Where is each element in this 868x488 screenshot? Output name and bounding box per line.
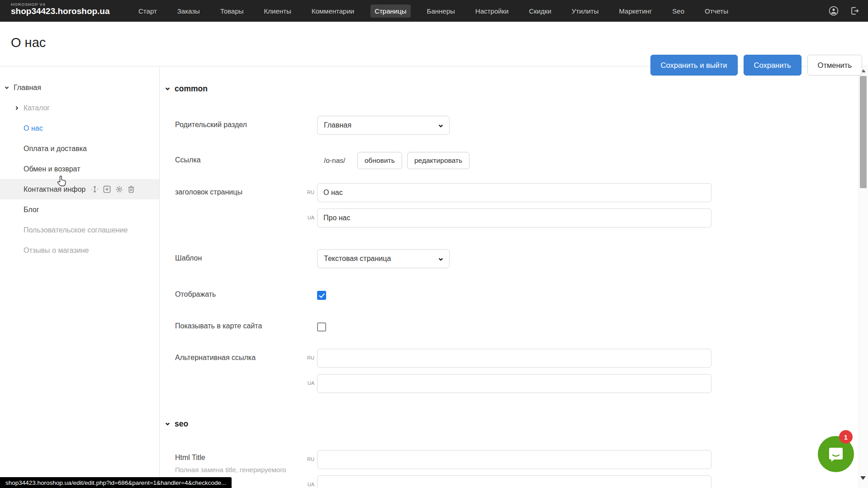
nav-clients[interactable]: Клиенты — [260, 5, 295, 18]
pages-tree-sidebar: Главная Каталог О нас Оплата и доставка … — [0, 67, 159, 488]
add-subpage-icon[interactable] — [103, 185, 111, 193]
sidebar-item-label: Отзывы о магазине — [24, 246, 89, 255]
ru-badge: RU — [304, 456, 314, 462]
page-header: О нас Сохранить и выйти Сохранить Отмени… — [0, 22, 868, 66]
parent-section-label: Родительский раздел — [175, 121, 247, 129]
chevron-right-icon[interactable] — [14, 105, 20, 111]
nav-discounts[interactable]: Скидки — [525, 5, 555, 18]
parent-section-select[interactable]: Главная — [317, 116, 450, 135]
link-refresh-button[interactable]: обновить — [357, 152, 402, 169]
sidebar-item-label: Пользовательское соглашение — [24, 226, 128, 234]
sitemap-label: Показывать в карте сайта — [175, 322, 262, 330]
ua-badge: UA — [304, 380, 314, 386]
cancel-button[interactable]: Отменить — [807, 55, 862, 76]
sitemap-checkbox[interactable] — [317, 322, 326, 332]
nav-seo[interactable]: Seo — [668, 5, 688, 18]
move-item-icon[interactable] — [91, 185, 99, 193]
shop-domain-label: shop34423.horoshop.ua — [11, 7, 110, 16]
page-title-ua-input[interactable] — [317, 208, 711, 227]
page-title-ru-input[interactable] — [317, 183, 711, 202]
sidebar-item-label: Контактная инфор — [24, 185, 85, 194]
sidebar-item-label: Обмен и возврат — [24, 165, 80, 173]
chevron-down-icon — [438, 256, 444, 262]
display-label: Отображать — [175, 290, 216, 298]
save-button[interactable]: Сохранить — [744, 55, 802, 76]
template-select[interactable]: Текстовая страница — [317, 249, 450, 268]
sidebar-item-label: Главная — [14, 84, 41, 92]
section-common-title: common — [175, 84, 208, 94]
sidebar-item-label: О нас — [24, 124, 43, 133]
nav-start[interactable]: Старт — [134, 5, 161, 18]
nav-comments[interactable]: Комментарии — [308, 5, 358, 18]
html-title-hint: Полная замена title, генерируемого — [175, 466, 286, 474]
sidebar-item-oplata-dostavka[interactable]: Оплата и доставка — [0, 138, 159, 159]
chevron-down-icon — [165, 86, 171, 92]
top-bar: HOROSHOP V4 shop34423.horoshop.ua Старт … — [0, 0, 868, 22]
logout-icon[interactable] — [850, 6, 860, 16]
chat-bubble-icon — [827, 445, 845, 463]
alt-link-ua-input[interactable] — [317, 374, 711, 393]
chevron-down-icon[interactable] — [4, 85, 10, 91]
ru-badge: RU — [304, 355, 314, 360]
alt-link-label: Альтернативная ссылка — [175, 354, 256, 362]
chevron-down-icon — [438, 123, 444, 129]
section-seo-title: seo — [175, 419, 188, 429]
user-account-icon[interactable] — [828, 5, 839, 16]
sidebar-item-o-nas[interactable]: О нас — [0, 118, 159, 138]
chevron-down-icon — [165, 421, 171, 427]
page-title: О нас — [11, 35, 46, 50]
html-title-label: Html Title — [175, 454, 205, 462]
html-title-ru-input[interactable] — [317, 450, 711, 469]
chat-unread-badge: 1 — [839, 430, 853, 444]
page-title-field-label: заголовок страницы — [175, 188, 242, 196]
ru-badge: RU — [304, 190, 314, 195]
parent-section-value: Главная — [324, 121, 351, 129]
sidebar-item-obmen-vozvrat[interactable]: Обмен и возврат — [0, 159, 159, 179]
nav-reports[interactable]: Отчеты — [701, 5, 732, 18]
display-checkbox[interactable] — [317, 291, 326, 300]
sidebar-item-katalog[interactable]: Каталог — [0, 98, 159, 118]
ua-badge: UA — [304, 482, 314, 487]
nav-marketing[interactable]: Маркетинг — [615, 5, 656, 18]
template-label: Шаблон — [175, 254, 202, 262]
nav-products[interactable]: Товары — [216, 5, 248, 18]
delete-trash-icon[interactable] — [128, 185, 135, 193]
nav-banners[interactable]: Баннеры — [423, 5, 459, 18]
alt-link-ru-input[interactable] — [317, 349, 711, 368]
status-url-tooltip: shop34423.horoshop.ua/edit/edit.php?id=6… — [0, 477, 232, 488]
link-edit-button[interactable]: редактировать — [407, 152, 470, 169]
scrollbar-down-arrow[interactable] — [860, 476, 866, 480]
settings-gear-icon[interactable] — [115, 185, 123, 193]
scrollbar-thumb[interactable] — [860, 76, 867, 188]
link-label: Ссылка — [175, 156, 201, 164]
sidebar-item-label: Оплата и доставка — [24, 145, 87, 153]
html-title-ua-input[interactable] — [317, 475, 711, 488]
sidebar-item-kontaktnaya-infor[interactable]: Контактная инфор — [0, 179, 159, 199]
nav-settings[interactable]: Настройки — [471, 5, 513, 18]
save-and-exit-button[interactable]: Сохранить и выйти — [650, 55, 738, 76]
top-navigation: Старт Заказы Товары Клиенты Комментарии … — [134, 0, 732, 22]
sidebar-item-user-agreement[interactable]: Пользовательское соглашение — [0, 220, 159, 240]
template-value: Текстовая страница — [324, 255, 391, 263]
sidebar-item-label: Каталог — [24, 104, 50, 112]
sidebar-item-shop-reviews[interactable]: Отзывы о магазине — [0, 240, 159, 261]
sidebar-item-blog[interactable]: Блог — [0, 199, 159, 220]
sidebar-item-glavnaya[interactable]: Главная — [0, 77, 159, 98]
sidebar-divider — [159, 67, 160, 488]
nav-utilities[interactable]: Утилиты — [568, 5, 603, 18]
section-seo-header[interactable]: seo — [165, 419, 188, 429]
link-path-value: /o-nas/ — [324, 156, 345, 165]
ua-badge: UA — [304, 215, 314, 220]
nav-pages[interactable]: Страницы — [370, 5, 410, 18]
section-common-header[interactable]: common — [165, 84, 208, 94]
brand-logo: HOROSHOP V4 shop34423.horoshop.ua — [11, 2, 110, 16]
sidebar-item-label: Блог — [24, 206, 39, 214]
nav-orders[interactable]: Заказы — [173, 5, 204, 18]
